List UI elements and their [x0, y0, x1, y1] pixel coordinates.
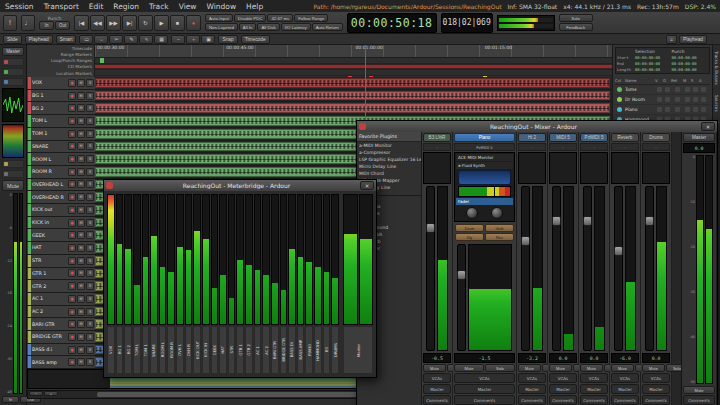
punch-out-button[interactable]: Out	[55, 21, 70, 30]
track-solo-button[interactable]: S	[86, 358, 94, 366]
timecode-ruler[interactable]: 00:00:30:0000:00:45:0000:01:00:0000:01:1…	[95, 45, 612, 58]
strip-mute-button[interactable]: Mute	[611, 364, 634, 372]
track-mute-button[interactable]: M	[77, 358, 85, 366]
gain-display[interactable]: 0.0	[642, 353, 670, 363]
meter-track-name[interactable]: OVH R	[185, 326, 193, 374]
meter-track-name[interactable]: BARI GTR	[271, 326, 279, 374]
record-arm-button[interactable]: ●	[68, 269, 76, 277]
group-row[interactable]: Piano	[615, 105, 710, 115]
track-mute-button[interactable]: M	[77, 244, 85, 252]
record-arm-button[interactable]: ●	[68, 333, 76, 341]
track-solo-button[interactable]: S	[86, 320, 94, 328]
ruler-label[interactable]: Range Markers	[29, 52, 92, 58]
track-header[interactable]: TOM 1 ● M S	[27, 128, 95, 140]
fader[interactable]	[614, 186, 623, 351]
master-strip-row[interactable]	[2, 58, 24, 66]
audio-region[interactable]	[95, 78, 610, 88]
strip-name-button[interactable]: Hi 2	[518, 133, 546, 142]
ruler-label[interactable]: Timecode	[29, 46, 92, 52]
strip-name-button[interactable]: B3 L%R	[423, 133, 451, 142]
track-name[interactable]: BARI GTR	[32, 322, 67, 327]
track-name[interactable]: BG 2	[32, 106, 67, 111]
track-mute-button[interactable]: M	[77, 130, 85, 138]
selection-time[interactable]: 00:00:00:00	[635, 61, 672, 66]
track-mute-button[interactable]: M	[77, 231, 85, 239]
track-name[interactable]: GTR 2	[32, 284, 67, 289]
zoom-out-button[interactable]: −	[29, 391, 43, 396]
record-arm-button[interactable]: ●	[68, 168, 76, 176]
all-in-button[interactable]: All In	[239, 23, 257, 31]
gain-display[interactable]: -0.5	[423, 353, 451, 363]
strip-mute-button[interactable]: Mute	[642, 364, 665, 372]
track-solo-button[interactable]: S	[86, 333, 94, 341]
smart-mode-button[interactable]: Smart	[56, 35, 77, 44]
zoom-button[interactable]: ▣	[201, 35, 215, 44]
track-header[interactable]: OVERHEAD L ● M S	[27, 179, 95, 191]
solo-indicator-button[interactable]: Solo	[559, 14, 593, 22]
meter-track-name[interactable]: BASS AMP	[297, 326, 305, 374]
track-mute-button[interactable]: M	[77, 269, 85, 277]
comments-button[interactable]: Comments	[580, 395, 608, 405]
track-header[interactable]: BARI GTR ● M S	[27, 318, 95, 330]
master-meter-label[interactable]: Master	[343, 326, 373, 374]
strip-output-button[interactable]: Master	[642, 384, 670, 394]
fader[interactable]	[645, 186, 654, 351]
track-header[interactable]: BASS amp ● M S	[27, 356, 95, 368]
strip-mute-button[interactable]: Mute	[549, 364, 572, 372]
meter-track-name[interactable]: AC 1	[254, 326, 262, 374]
zoom-in-button[interactable]: +	[44, 391, 58, 396]
track-mute-button[interactable]: M	[77, 92, 85, 100]
stop-icon[interactable]: ■	[170, 15, 185, 31]
gain-display[interactable]: -1.5	[454, 353, 515, 363]
strip-output-button[interactable]: Master	[549, 384, 577, 394]
editor-list-tab[interactable]: Sources	[714, 95, 719, 112]
meter-track-name[interactable]: GTR 2	[245, 326, 253, 374]
track-mute-button[interactable]: M	[77, 168, 85, 176]
track-name[interactable]: BASS d.i	[32, 347, 67, 352]
fader[interactable]	[521, 186, 530, 351]
track-name[interactable]: GEEK	[32, 233, 67, 238]
tool-button[interactable]: ✎	[124, 35, 138, 44]
strip-name-button[interactable]: PzMIDI 5	[580, 133, 608, 142]
strip-processor-box[interactable]	[611, 152, 639, 184]
record-arm-button[interactable]: ●	[68, 219, 76, 227]
track-header[interactable]: KICK in ● M S	[27, 217, 95, 229]
selection-time[interactable]: 00:00:00:00	[635, 55, 672, 60]
menu-item[interactable]: Region	[108, 2, 144, 11]
send-button[interactable]: Drum	[455, 224, 484, 232]
secondary-clock[interactable]: 018|02|069	[441, 13, 493, 33]
track-solo-button[interactable]: S	[86, 231, 94, 239]
punch-in-button[interactable]: In	[39, 21, 54, 30]
io-latency-button[interactable]: I/O Latency	[281, 23, 311, 31]
master-mute-button[interactable]: Mute	[2, 180, 24, 191]
favorite-plugin-item[interactable]: LSP Graphic Equalizer 16 LeftRight	[357, 156, 421, 163]
strip-mute-button[interactable]: Mute	[580, 364, 603, 372]
master-strip-row[interactable]	[2, 68, 24, 76]
fader[interactable]	[457, 244, 466, 351]
track-solo-button[interactable]: S	[86, 244, 94, 252]
strip-mute-button[interactable]: Mute	[454, 364, 484, 372]
punch-time[interactable]: 00:00:00:00	[672, 61, 709, 66]
meter-track-name[interactable]: B3	[323, 326, 331, 374]
track-solo-button[interactable]: S	[86, 193, 94, 201]
strip-mute-button[interactable]: Mute	[423, 364, 446, 372]
rewind-icon[interactable]: ◀◀	[90, 15, 105, 31]
strip-input-button[interactable]: -	[549, 143, 577, 151]
non-layered-button[interactable]: Non-Layered	[205, 23, 238, 31]
strip-name-button[interactable]: MIDI 5	[549, 133, 577, 142]
track-solo-button[interactable]: S	[86, 142, 94, 150]
record-arm-button[interactable]: ●	[68, 231, 76, 239]
meter-track-name[interactable]: GTR 1	[236, 326, 244, 374]
track-mute-button[interactable]: M	[77, 257, 85, 265]
favorite-plugin-item[interactable]: Micro Delay Line	[357, 163, 421, 170]
track-header[interactable]: OVERHEAD R ● M S	[27, 191, 95, 203]
edit-mode-combo[interactable]: Slide	[3, 35, 22, 44]
track-name[interactable]: KICK out	[32, 207, 67, 212]
track-header[interactable]: AC 2 ● M S	[27, 306, 95, 318]
track-name[interactable]: VOX	[32, 80, 67, 85]
pan-knob[interactable]	[466, 207, 478, 219]
record-arm-button[interactable]: ●	[68, 257, 76, 265]
track-name[interactable]: ROOM R	[32, 169, 67, 174]
meter-track-name[interactable]: GEEK	[211, 326, 219, 374]
punch-time[interactable]: 00:00:00:00	[672, 67, 709, 72]
